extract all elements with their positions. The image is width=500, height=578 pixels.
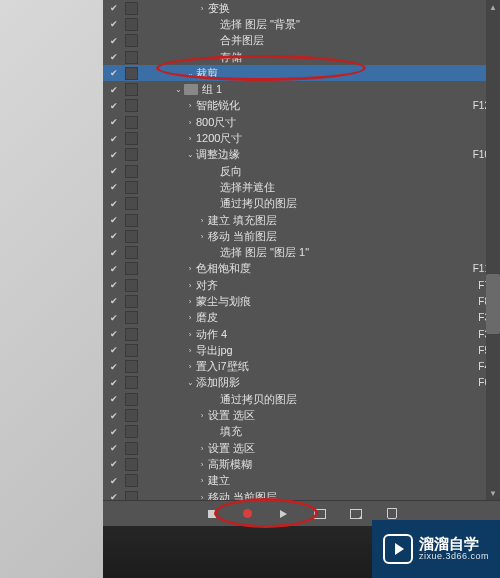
action-row[interactable]: ✔›变换 xyxy=(103,0,500,16)
dialog-toggle[interactable] xyxy=(125,344,138,357)
chevron-down-icon[interactable]: ⌄ xyxy=(184,378,196,387)
dialog-toggle[interactable] xyxy=(125,148,138,161)
visibility-toggle[interactable]: ✔ xyxy=(103,248,125,258)
dialog-toggle[interactable] xyxy=(125,83,138,96)
dialog-toggle[interactable] xyxy=(125,474,138,487)
chevron-right-icon[interactable]: › xyxy=(184,346,196,355)
action-row[interactable]: ✔反向 xyxy=(103,163,500,179)
chevron-right-icon[interactable]: › xyxy=(184,134,196,143)
record-button[interactable] xyxy=(237,505,259,523)
visibility-toggle[interactable]: ✔ xyxy=(103,3,125,13)
visibility-toggle[interactable]: ✔ xyxy=(103,313,125,323)
chevron-down-icon[interactable]: ⌄ xyxy=(184,150,196,159)
chevron-right-icon[interactable]: › xyxy=(196,476,208,485)
visibility-toggle[interactable]: ✔ xyxy=(103,85,125,95)
chevron-down-icon[interactable]: ⌄ xyxy=(184,69,196,78)
action-row[interactable]: ✔›1200尺寸 xyxy=(103,130,500,146)
visibility-toggle[interactable]: ✔ xyxy=(103,231,125,241)
dialog-toggle[interactable] xyxy=(125,295,138,308)
chevron-right-icon[interactable]: › xyxy=(184,281,196,290)
dialog-toggle[interactable] xyxy=(125,246,138,259)
dialog-toggle[interactable] xyxy=(125,425,138,438)
dialog-toggle[interactable] xyxy=(125,279,138,292)
dialog-toggle[interactable] xyxy=(125,132,138,145)
dialog-toggle[interactable] xyxy=(125,34,138,47)
action-row[interactable]: ✔›蒙尘与划痕F8 xyxy=(103,293,500,309)
visibility-toggle[interactable]: ✔ xyxy=(103,150,125,160)
action-row[interactable]: ✔选择并遮住 xyxy=(103,179,500,195)
chevron-right-icon[interactable]: › xyxy=(184,297,196,306)
visibility-toggle[interactable]: ✔ xyxy=(103,134,125,144)
visibility-toggle[interactable]: ✔ xyxy=(103,378,125,388)
visibility-toggle[interactable]: ✔ xyxy=(103,117,125,127)
action-row[interactable]: ✔⌄添加阴影F6 xyxy=(103,375,500,391)
chevron-right-icon[interactable]: › xyxy=(196,232,208,241)
visibility-toggle[interactable]: ✔ xyxy=(103,52,125,62)
actions-tree[interactable]: ✔›变换✔选择 图层 "背景"✔合并图层✔存储✔⌄裁剪✔⌄组 1✔›智能锐化F1… xyxy=(103,0,500,500)
action-row[interactable]: ✔›磨皮F3 xyxy=(103,310,500,326)
dialog-toggle[interactable] xyxy=(125,230,138,243)
scroll-track[interactable] xyxy=(486,14,500,486)
visibility-toggle[interactable]: ✔ xyxy=(103,101,125,111)
visibility-toggle[interactable]: ✔ xyxy=(103,345,125,355)
scroll-up[interactable]: ▲ xyxy=(486,0,500,14)
action-row[interactable]: ✔⌄裁剪 xyxy=(103,65,500,81)
scroll-down[interactable]: ▼ xyxy=(486,486,500,500)
visibility-toggle[interactable]: ✔ xyxy=(103,459,125,469)
action-row[interactable]: ✔›800尺寸 xyxy=(103,114,500,130)
chevron-right-icon[interactable]: › xyxy=(184,118,196,127)
visibility-toggle[interactable]: ✔ xyxy=(103,19,125,29)
dialog-toggle[interactable] xyxy=(125,2,138,15)
action-row[interactable]: ✔⌄调整边缘F10 xyxy=(103,147,500,163)
visibility-toggle[interactable]: ✔ xyxy=(103,264,125,274)
dialog-toggle[interactable] xyxy=(125,116,138,129)
dialog-toggle[interactable] xyxy=(125,360,138,373)
action-row[interactable]: ✔›置入i7壁纸F4 xyxy=(103,359,500,375)
action-row[interactable]: ✔›建立 填充图层 xyxy=(103,212,500,228)
scrollbar[interactable]: ▲ ▼ xyxy=(486,0,500,500)
chevron-right-icon[interactable]: › xyxy=(184,264,196,273)
action-row[interactable]: ✔›导出jpgF5 xyxy=(103,342,500,358)
action-row[interactable]: ✔›色相饱和度F11 xyxy=(103,261,500,277)
action-row[interactable]: ✔存储 xyxy=(103,49,500,65)
visibility-toggle[interactable]: ✔ xyxy=(103,411,125,421)
visibility-toggle[interactable]: ✔ xyxy=(103,215,125,225)
action-row[interactable]: ✔›设置 选区 xyxy=(103,407,500,423)
dialog-toggle[interactable] xyxy=(125,67,138,80)
visibility-toggle[interactable]: ✔ xyxy=(103,443,125,453)
dialog-toggle[interactable] xyxy=(125,214,138,227)
action-row[interactable]: ✔选择 图层 "图层 1" xyxy=(103,244,500,260)
dialog-toggle[interactable] xyxy=(125,311,138,324)
dialog-toggle[interactable] xyxy=(125,376,138,389)
action-row[interactable]: ✔通过拷贝的图层 xyxy=(103,196,500,212)
visibility-toggle[interactable]: ✔ xyxy=(103,362,125,372)
play-button[interactable] xyxy=(273,505,295,523)
visibility-toggle[interactable]: ✔ xyxy=(103,182,125,192)
chevron-right-icon[interactable]: › xyxy=(184,313,196,322)
chevron-right-icon[interactable]: › xyxy=(184,101,196,110)
action-row[interactable]: ✔›对齐F7 xyxy=(103,277,500,293)
action-row[interactable]: ✔›动作 4F3 xyxy=(103,326,500,342)
visibility-toggle[interactable]: ✔ xyxy=(103,296,125,306)
dialog-toggle[interactable] xyxy=(125,409,138,422)
chevron-right-icon[interactable]: › xyxy=(196,460,208,469)
action-row[interactable]: ✔⌄组 1 xyxy=(103,81,500,97)
dialog-toggle[interactable] xyxy=(125,18,138,31)
dialog-toggle[interactable] xyxy=(125,51,138,64)
chevron-right-icon[interactable]: › xyxy=(184,330,196,339)
dialog-toggle[interactable] xyxy=(125,491,138,500)
visibility-toggle[interactable]: ✔ xyxy=(103,280,125,290)
stop-button[interactable] xyxy=(201,505,223,523)
dialog-toggle[interactable] xyxy=(125,99,138,112)
visibility-toggle[interactable]: ✔ xyxy=(103,36,125,46)
visibility-toggle[interactable]: ✔ xyxy=(103,476,125,486)
action-row[interactable]: ✔›智能锐化F12 xyxy=(103,98,500,114)
visibility-toggle[interactable]: ✔ xyxy=(103,492,125,500)
dialog-toggle[interactable] xyxy=(125,393,138,406)
visibility-toggle[interactable]: ✔ xyxy=(103,329,125,339)
visibility-toggle[interactable]: ✔ xyxy=(103,199,125,209)
visibility-toggle[interactable]: ✔ xyxy=(103,166,125,176)
action-row[interactable]: ✔›建立 xyxy=(103,473,500,489)
chevron-right-icon[interactable]: › xyxy=(196,493,208,500)
action-row[interactable]: ✔选择 图层 "背景" xyxy=(103,16,500,32)
